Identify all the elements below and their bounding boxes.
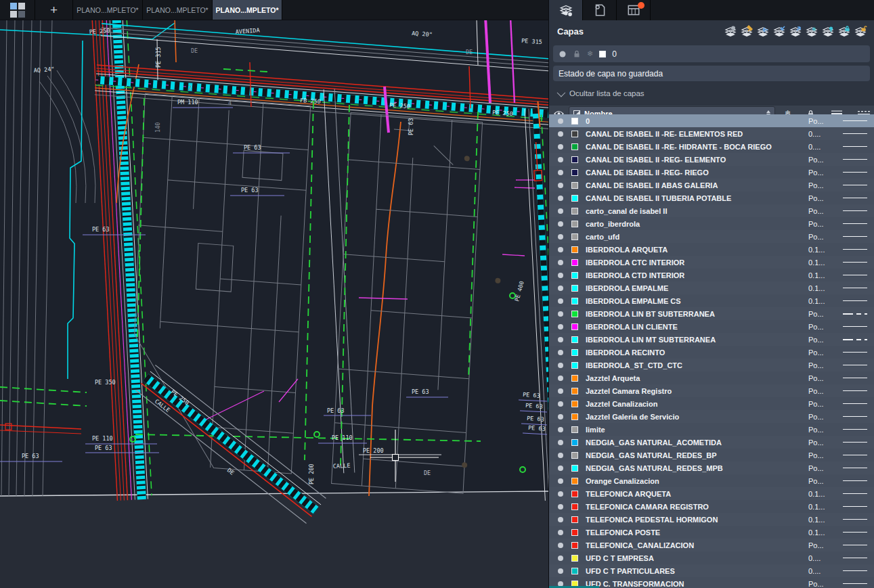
layer-linetype[interactable] <box>842 429 874 430</box>
layer-row[interactable]: TELEFONICA_CANALIZACION Po... <box>549 539 874 551</box>
layer-row[interactable]: IBERDROLA RECINTO Po... <box>549 346 874 359</box>
layer-color-swatch[interactable] <box>571 362 578 369</box>
layer-row[interactable]: TELEFONICA CAMARA REGISTRO 0.1... <box>549 500 874 513</box>
layer-lineweight[interactable]: Po... <box>808 477 842 485</box>
layer-lineweight[interactable]: Po... <box>808 348 842 357</box>
layer-lineweight[interactable]: Po... <box>808 426 842 434</box>
layer-linetype[interactable] <box>842 570 874 571</box>
tab-references[interactable] <box>583 0 617 20</box>
layer-color-swatch[interactable] <box>571 388 578 394</box>
layer-lineweight[interactable]: 0.... <box>808 567 842 575</box>
layer-lineweight[interactable]: Po... <box>808 541 842 549</box>
file-tab[interactable]: PLANO...MPLETO* <box>213 0 282 20</box>
layer-lineweight[interactable]: Po... <box>808 413 842 421</box>
layer-color-swatch[interactable] <box>571 349 578 356</box>
layer-linetype[interactable] <box>842 519 874 520</box>
layer-linetype[interactable] <box>842 262 874 263</box>
current-layer-bar[interactable]: ❄ 0 <box>553 45 870 62</box>
layer-lineweight[interactable]: 0.... <box>808 554 842 562</box>
layer-lineweight[interactable]: Po... <box>808 336 842 344</box>
layer-lineweight[interactable]: Po... <box>808 233 842 241</box>
layer-lineweight[interactable]: Po... <box>808 451 842 459</box>
layer-color-swatch[interactable] <box>571 259 578 266</box>
layer-linetype[interactable] <box>842 313 874 315</box>
layer-color-swatch[interactable] <box>571 413 578 420</box>
layer-lineweight[interactable]: 0.1... <box>808 503 842 511</box>
layer-color-swatch[interactable] <box>571 465 578 472</box>
layer-visibility-dot[interactable] <box>558 440 563 445</box>
layer-row[interactable]: CANAL DE ISABEL II -REG- RIEGO Po... <box>549 166 874 179</box>
layer-color-swatch[interactable] <box>571 195 578 202</box>
layer-lineweight[interactable]: Po... <box>808 387 842 395</box>
layer-color-swatch[interactable] <box>571 285 578 292</box>
layer-visibility-dot[interactable] <box>558 196 563 201</box>
layer-linetype[interactable] <box>842 365 874 365</box>
layer-visibility-dot[interactable] <box>558 568 563 574</box>
layer-row[interactable]: IBERDROLA LIN MT SUBTERRANEA Po... <box>549 333 874 346</box>
layer-visibility-dot[interactable] <box>558 350 563 355</box>
layer-color-swatch[interactable] <box>571 555 578 562</box>
layer-row[interactable]: Jazztel Camara Registro Po... <box>549 384 874 397</box>
layer-lineweight[interactable]: Po... <box>808 323 842 331</box>
layer-visibility-dot[interactable] <box>558 491 563 497</box>
layer-visibility-dot[interactable] <box>558 208 563 214</box>
drawing-viewport[interactable]: AVENIDADEDEAQ 20"PE 315PE 315AQ 24"PE 25… <box>0 0 548 588</box>
layer-linetype[interactable] <box>842 120 874 121</box>
layer-row[interactable]: CANAL DE ISABEL II -RE- ELEMENTOS RED 0.… <box>549 127 874 140</box>
layer-visibility-dot[interactable] <box>558 376 563 381</box>
layer-visibility-dot[interactable] <box>558 286 563 291</box>
layer-row[interactable]: UFD C T PARTICULARES 0.... <box>549 564 874 577</box>
layer-row[interactable]: Orange Canalizacion Po... <box>549 474 874 487</box>
layer-linetype[interactable] <box>842 416 874 417</box>
layer-color-swatch[interactable] <box>571 118 578 125</box>
layer-visibility-dot[interactable] <box>558 170 563 175</box>
layer-linetype[interactable] <box>842 300 874 301</box>
layer-color-swatch[interactable] <box>571 503 578 510</box>
layer-linetype[interactable] <box>842 403 874 404</box>
tab-layers[interactable] <box>549 0 583 20</box>
layer-linetype[interactable] <box>842 352 874 353</box>
layer-state-bar[interactable]: Estado de capa no guardada <box>553 66 870 81</box>
layer-visibility-dot[interactable] <box>558 131 563 137</box>
layer-linetype[interactable] <box>842 442 874 443</box>
layer-linetype[interactable] <box>842 390 874 391</box>
layer-row[interactable]: carto_canal de isabel II Po... <box>549 204 874 217</box>
drawing-canvas[interactable]: AVENIDADEDEAQ 20"PE 315PE 315AQ 24"PE 25… <box>0 0 548 588</box>
layer-lineweight[interactable]: Po... <box>808 220 842 228</box>
layer-unisolate-button[interactable] <box>789 25 802 39</box>
layer-visibility-dot[interactable] <box>558 183 563 188</box>
layer-color-swatch[interactable] <box>571 426 578 433</box>
layer-row[interactable]: IBERDROLA LIN CLIENTE Po... <box>549 320 874 333</box>
layer-edit-button[interactable] <box>740 25 753 39</box>
layer-freeze-button[interactable]: ❄ <box>805 25 818 39</box>
layer-linetype[interactable] <box>842 545 874 545</box>
layer-linetype[interactable] <box>842 249 874 250</box>
layer-lineweight[interactable]: Po... <box>808 464 842 472</box>
layer-row[interactable]: CANAL DE ISABEL II TUBERIA POTABLE Po... <box>549 191 874 204</box>
layer-color-swatch[interactable] <box>571 182 578 189</box>
layer-visibility-dot[interactable] <box>558 504 563 510</box>
layer-color-swatch[interactable] <box>571 143 578 150</box>
layer-linetype[interactable] <box>842 480 874 481</box>
layer-row[interactable]: NEDGIA_GAS NATURAL_REDES_MPB Po... <box>549 461 874 474</box>
layer-row[interactable]: NEDGIA_GAS NATURAL_REDES_BP Po... <box>549 449 874 461</box>
layer-color-swatch[interactable] <box>571 542 578 549</box>
layer-row[interactable]: CANAL DE ISABEL II -RE- HIDRANTE - BOCA … <box>549 140 874 153</box>
layer-linetype[interactable] <box>842 236 874 237</box>
layer-row[interactable]: IBERDROLA LIN BT SUBTERRANEA Po... <box>549 307 874 320</box>
layer-visibility-dot[interactable] <box>558 337 563 342</box>
layer-lineweight[interactable]: Po... <box>808 438 842 447</box>
layer-color-swatch[interactable] <box>571 311 578 317</box>
layer-visibility-dot[interactable] <box>558 273 563 278</box>
new-drawing-tab-button[interactable]: + <box>35 0 73 20</box>
layer-linetype[interactable] <box>842 339 874 340</box>
layer-lineweight[interactable]: Po... <box>808 181 842 189</box>
layer-visibility-dot[interactable] <box>558 247 563 252</box>
layer-lineweight[interactable]: 0.... <box>808 143 842 151</box>
layer-visibility-dot[interactable] <box>558 427 563 432</box>
layer-visibility-dot[interactable] <box>558 517 563 522</box>
layer-lineweight[interactable]: Po... <box>808 194 842 202</box>
layer-visibility-dot[interactable] <box>558 388 563 394</box>
layer-linetype[interactable] <box>842 159 874 160</box>
tab-sheets[interactable] <box>617 0 651 20</box>
